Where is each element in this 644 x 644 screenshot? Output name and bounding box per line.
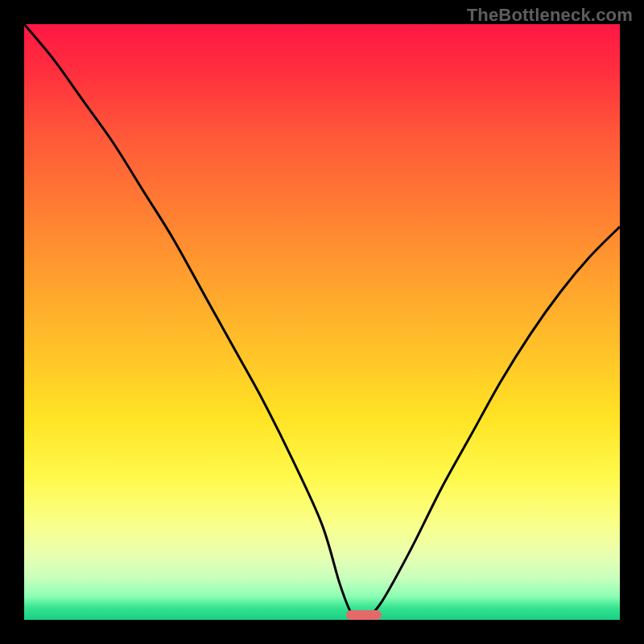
chart-frame: TheBottleneck.com [0,0,644,644]
watermark-text: TheBottleneck.com [467,5,633,26]
bottleneck-curve [24,24,620,620]
optimum-marker [346,610,382,620]
curve-path [24,24,620,620]
plot-area [24,24,620,620]
